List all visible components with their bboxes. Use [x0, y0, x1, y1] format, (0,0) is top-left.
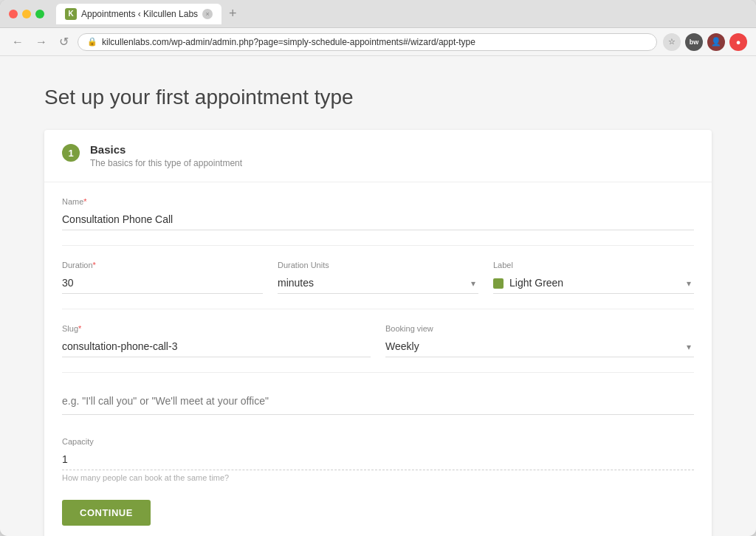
duration-units-field: Duration Units minutes hours [278, 261, 478, 294]
duration-required-mark: * [93, 261, 96, 269]
section-title: Basics [90, 143, 242, 156]
traffic-lights [9, 10, 44, 18]
label-field: Label Light Green Blue Red Yellow [493, 261, 694, 294]
tab-label: Appointments ‹ Kilcullen Labs [81, 9, 198, 19]
name-field: Name* [62, 197, 694, 230]
duration-label: Duration* [62, 261, 263, 269]
page-title: Set up your first appointment type [44, 86, 712, 109]
capacity-hint: How many people can book at the same tim… [62, 473, 694, 482]
duration-units-select[interactable]: minutes hours [278, 272, 478, 294]
user-profile-bw[interactable]: bw [685, 33, 703, 51]
tab-favicon: K [65, 8, 77, 20]
name-required-mark: * [83, 197, 86, 206]
booking-view-field: Booking view Weekly Daily Monthly [385, 324, 694, 357]
capacity-label: Capacity [62, 437, 694, 446]
section-description: The basics for this type of appointment [90, 158, 242, 168]
url-text: kilcullenlabs.com/wp-admin/admin.php?pag… [102, 37, 475, 47]
divider-3 [62, 372, 694, 373]
card-body: Name* Duration* Duration Un [44, 182, 712, 536]
active-tab[interactable]: K Appointments ‹ Kilcullen Labs × [56, 4, 221, 24]
continue-button[interactable]: CONTINUE [62, 500, 151, 526]
label-label: Label [493, 261, 694, 269]
slug-field: Slug* [62, 324, 371, 357]
duration-units-select-wrapper: minutes hours [278, 272, 478, 294]
capacity-input[interactable] [62, 449, 694, 470]
tab-bar: K Appointments ‹ Kilcullen Labs × + [56, 4, 747, 24]
label-select-wrapper: Light Green Blue Red Yellow [493, 272, 694, 294]
divider-1 [62, 245, 694, 246]
browser-titlebar: K Appointments ‹ Kilcullen Labs × + [0, 0, 756, 28]
extension-icon[interactable]: ● [729, 33, 747, 51]
booking-view-select-wrapper: Weekly Daily Monthly [385, 336, 694, 357]
card-header-text: Basics The basics for this type of appoi… [90, 143, 242, 168]
capacity-section: Capacity How many people can book at the… [62, 437, 694, 482]
booking-view-label: Booking view [385, 324, 694, 333]
slug-input[interactable] [62, 336, 371, 357]
browser-toolbar: ← → ↺ 🔒 kilcullenlabs.com/wp-admin/admin… [0, 28, 756, 56]
duration-input[interactable] [62, 272, 263, 294]
name-input[interactable] [62, 209, 694, 230]
duration-label-row: Duration* Duration Units minutes hours [62, 261, 694, 294]
duration-units-label: Duration Units [278, 261, 478, 269]
slug-label: Slug* [62, 324, 371, 333]
lock-icon: 🔒 [87, 37, 97, 47]
slug-booking-row: Slug* Booking view Weekly Daily Monthly [62, 324, 694, 357]
slug-required-mark: * [78, 324, 81, 333]
reload-button[interactable]: ↺ [56, 33, 72, 50]
tab-close-icon[interactable]: × [202, 9, 213, 19]
label-select[interactable]: Light Green Blue Red Yellow [493, 272, 694, 294]
step-badge: 1 [62, 144, 80, 162]
page-content: Set up your first appointment type 1 Bas… [0, 56, 756, 536]
close-button[interactable] [9, 10, 18, 18]
name-label: Name* [62, 197, 694, 206]
maximize-button[interactable] [35, 10, 44, 18]
booking-view-select[interactable]: Weekly Daily Monthly [385, 336, 694, 357]
back-button[interactable]: ← [9, 34, 27, 50]
duration-field: Duration* [62, 261, 263, 294]
appointment-form-card: 1 Basics The basics for this type of app… [44, 130, 712, 536]
new-tab-button[interactable]: + [226, 6, 240, 21]
forward-button[interactable]: → [32, 34, 50, 50]
browser-window: K Appointments ‹ Kilcullen Labs × + ← → … [0, 0, 756, 536]
user-avatar[interactable]: 👤 [707, 33, 725, 51]
description-input[interactable] [62, 388, 694, 415]
star-icon[interactable]: ☆ [663, 33, 681, 51]
card-header: 1 Basics The basics for this type of app… [44, 130, 712, 182]
address-bar[interactable]: 🔒 kilcullenlabs.com/wp-admin/admin.php?p… [78, 33, 657, 51]
divider-2 [62, 309, 694, 309]
toolbar-actions: ☆ bw 👤 ● [663, 33, 747, 51]
minimize-button[interactable] [22, 10, 31, 18]
name-field-row: Name* [62, 197, 694, 230]
